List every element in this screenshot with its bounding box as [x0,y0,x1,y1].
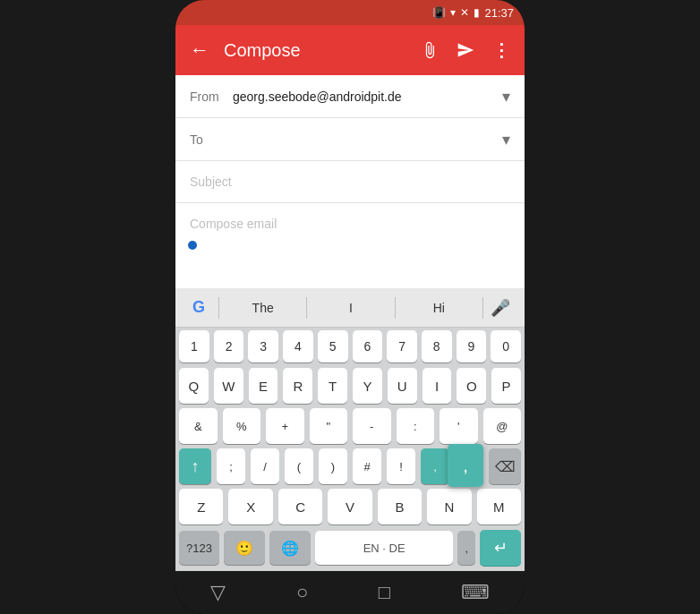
phone-frame: 📳 ▾ ✕ ▮ 21:37 ← Compose ⋮ [175,0,525,614]
key-hash[interactable]: # [353,448,381,484]
key-quote[interactable]: " [310,408,348,444]
emoji-key[interactable]: 🙂 [224,531,265,565]
key-semicolon[interactable]: ; [217,448,245,484]
delete-key[interactable]: ⌫ [489,448,521,484]
toolbar-title: Compose [224,40,406,61]
key-8[interactable]: 8 [422,330,452,362]
more-button[interactable]: ⋮ [485,32,517,68]
return-key[interactable]: ↵ [480,530,521,566]
status-icons: 📳 ▾ ✕ ▮ 21:37 [432,6,514,20]
key-y[interactable]: Y [353,368,382,404]
nav-recent-icon[interactable]: □ [379,581,390,604]
suggestion-the[interactable]: The [219,294,306,322]
key-percent[interactable]: % [223,408,261,444]
suggestion-hi[interactable]: Hi [396,294,482,322]
key-i[interactable]: I [423,368,452,404]
key-dash[interactable]: - [353,408,391,444]
key-b[interactable]: B [378,489,422,524]
signal-icon: ✕ [460,6,469,19]
key-v[interactable]: V [328,489,371,524]
bottom-row: ?123 🙂 🌐 EN · DE , ↵ [175,526,525,571]
special-row-1: & % + " - : ' @ [175,405,525,446]
key-e[interactable]: E [249,368,278,404]
nav-back-icon[interactable]: ▽ [210,581,226,604]
from-value: georg.seebode@androidpit.de [233,90,502,104]
key-r[interactable]: R [283,368,312,404]
text-cursor [188,241,197,250]
suggestions-bar: G The I Hi 🎤 [175,288,525,328]
vibrate-icon: 📳 [432,6,446,19]
shift-key[interactable]: ↑ [179,448,211,484]
compose-area: From georg.seebode@androidpit.de ▾ To ▾ … [175,75,525,571]
mic-icon[interactable]: 🎤 [483,291,517,325]
body-input[interactable]: Compose email [190,217,277,231]
key-2[interactable]: 2 [214,330,244,362]
key-colon[interactable]: : [397,408,435,444]
key-1[interactable]: 1 [179,330,209,362]
toolbar: ← Compose ⋮ [175,25,525,75]
globe-key[interactable]: 🌐 [269,531,311,565]
key-slash[interactable]: / [251,448,279,484]
key-at[interactable]: @ [483,408,522,444]
wifi-icon: ▾ [450,6,456,19]
key-u[interactable]: U [388,368,417,404]
qwerty-row: Q W E R T Y U I O P [175,364,525,405]
key-rparen[interactable]: ) [319,448,347,484]
key-c[interactable]: C [278,489,322,524]
key-lparen[interactable]: ( [285,448,313,484]
attach-button[interactable] [414,34,446,66]
key-p[interactable]: P [491,368,521,404]
key-apostrophe[interactable]: ' [440,408,478,444]
key-3[interactable]: 3 [248,330,278,362]
nav-keyboard-icon[interactable]: ⌨ [461,581,490,604]
key-x[interactable]: X [228,489,272,524]
subject-input[interactable]: Subject [190,175,232,189]
lang-key[interactable]: EN · DE [315,531,453,565]
keyboard-area: G The I Hi 🎤 1 2 3 4 5 6 7 8 [175,288,525,571]
key-m[interactable]: M [477,489,521,524]
key-q[interactable]: Q [179,368,209,404]
status-bar: 📳 ▾ ✕ ▮ 21:37 [175,0,525,25]
nav-bar: ▽ ○ □ ⌨ [175,571,525,614]
comma-popup: , [448,444,483,487]
key-7[interactable]: 7 [387,330,417,362]
key-9[interactable]: 9 [457,330,487,362]
battery-icon: ▮ [474,6,480,19]
key-o[interactable]: O [457,368,486,404]
from-dropdown-icon[interactable]: ▾ [502,87,510,107]
from-label: From [190,90,233,104]
nav-home-icon[interactable]: ○ [296,581,308,604]
key-ampersand[interactable]: & [179,408,218,444]
suggestion-i[interactable]: I [307,294,394,322]
status-time: 21:37 [484,6,514,20]
key-comma-active[interactable]: , [421,448,449,484]
key-0[interactable]: 0 [491,330,521,362]
num-switch-key[interactable]: ?123 [179,531,219,565]
compose-body[interactable]: Compose email [175,203,525,288]
key-5[interactable]: 5 [318,330,348,362]
back-button[interactable]: ← [183,31,217,69]
to-dropdown-icon[interactable]: ▾ [502,130,510,149]
key-plus[interactable]: + [266,408,304,444]
comma-bottom-key[interactable]: , [457,531,475,565]
key-n[interactable]: N [427,489,471,524]
send-button[interactable] [449,34,482,66]
key-6[interactable]: 6 [353,330,383,362]
key-w[interactable]: W [214,368,243,404]
key-exclaim[interactable]: ! [387,448,415,484]
key-z[interactable]: Z [179,489,223,524]
google-logo: G [183,292,215,324]
toolbar-actions: ⋮ [414,32,517,68]
key-4[interactable]: 4 [283,330,313,362]
subject-row[interactable]: Subject [175,161,525,203]
from-row: From georg.seebode@androidpit.de ▾ [175,75,525,118]
special-rows-container: & % + " - : ' @ ↑ ; / ( ) [175,405,525,526]
numbers-row: 1 2 3 4 5 6 7 8 9 0 [175,328,525,364]
to-label: To [190,132,233,147]
key-t[interactable]: T [318,368,347,404]
to-row[interactable]: To ▾ [175,118,525,161]
zxc-row: Z X C V B N M [175,486,525,526]
